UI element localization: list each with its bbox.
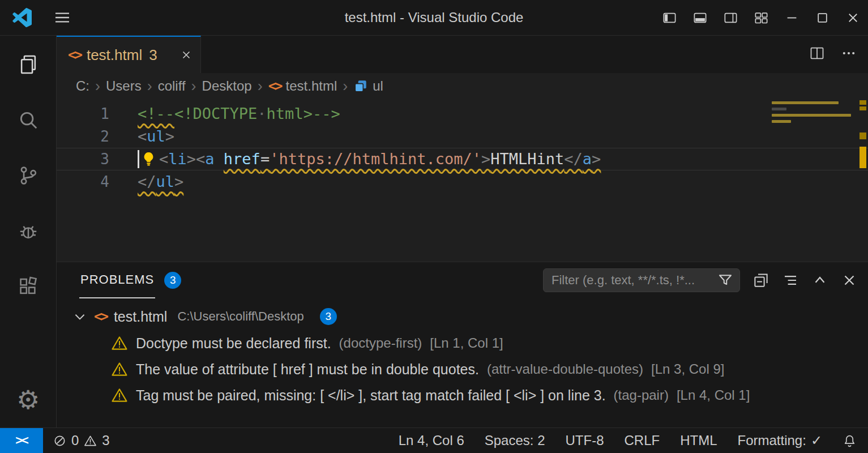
problem-location: [Ln 4, Col 1] bbox=[677, 387, 750, 403]
activity-item-explorer[interactable] bbox=[0, 38, 57, 93]
code-line[interactable]: 4</ul> bbox=[57, 170, 868, 193]
formatting-status[interactable]: Formatting: ✓ bbox=[738, 428, 822, 453]
breadcrumb-separator-icon: › bbox=[147, 78, 152, 95]
tab-problems-count: 3 bbox=[149, 46, 157, 64]
breadcrumb-separator-icon: › bbox=[343, 78, 348, 95]
minimap[interactable] bbox=[772, 101, 852, 126]
eol-sequence[interactable]: CRLF bbox=[625, 428, 660, 453]
problem-item[interactable]: Doctype must be declared first.(doctype-… bbox=[57, 330, 868, 356]
remote-indicator[interactable]: >< bbox=[0, 428, 43, 453]
editor[interactable]: 1<!--<!DOCTYPE·html>-->2<ul>3<li><a href… bbox=[57, 99, 868, 262]
files-icon bbox=[18, 54, 39, 78]
activity-bar: ⚙ bbox=[0, 36, 57, 428]
warning-marker bbox=[860, 147, 866, 168]
split-editor-icon[interactable] bbox=[809, 45, 825, 63]
breadcrumb-label: Desktop bbox=[202, 78, 252, 94]
problem-rule: (tag-pair) bbox=[614, 387, 669, 403]
toggle-panel-icon[interactable] bbox=[685, 0, 715, 35]
cursor-position[interactable]: Ln 4, Col 6 bbox=[399, 428, 464, 453]
code-token: ul bbox=[156, 173, 175, 190]
settings-gear-icon[interactable]: ⚙ bbox=[16, 387, 40, 413]
code-token: </ bbox=[138, 173, 156, 190]
activity-item-run-debug[interactable] bbox=[0, 204, 57, 260]
indentation[interactable]: Spaces: 2 bbox=[485, 428, 545, 453]
maximize-button[interactable] bbox=[807, 0, 837, 35]
breadcrumb-item-c-[interactable]: C: bbox=[76, 78, 89, 94]
view-as-tree-icon[interactable] bbox=[782, 272, 799, 289]
code-line[interactable]: 1<!--<!DOCTYPE·html>--> bbox=[57, 102, 868, 125]
html-file-icon: <> bbox=[94, 309, 107, 324]
tab-test-html[interactable]: <> test.html 3 bbox=[57, 36, 201, 73]
problem-item[interactable]: Tag must be paired, missing: [ </li> ], … bbox=[57, 382, 868, 408]
activity-item-search[interactable] bbox=[0, 93, 57, 149]
lightbulb-icon[interactable] bbox=[140, 151, 159, 173]
minimap-line bbox=[772, 120, 791, 123]
remote-icon: >< bbox=[15, 433, 28, 448]
extensions-icon bbox=[18, 276, 39, 300]
status-problems[interactable]: 0 3 bbox=[43, 428, 120, 453]
filter-input[interactable] bbox=[551, 273, 712, 288]
code-line[interactable]: 2<ul> bbox=[57, 125, 868, 148]
code-token: html> bbox=[267, 105, 313, 122]
breadcrumb-label: C: bbox=[76, 78, 89, 94]
breadcrumb-item-users[interactable]: Users bbox=[106, 78, 142, 94]
close-panel-icon[interactable] bbox=[841, 272, 858, 289]
activity-item-extensions[interactable] bbox=[0, 260, 57, 315]
breadcrumb-item-test-html[interactable]: <>test.html bbox=[268, 78, 337, 94]
code-line[interactable]: 3<li><a href='https://htmlhint.com/'>HTM… bbox=[57, 148, 868, 170]
more-actions-icon[interactable] bbox=[841, 45, 857, 63]
tab-label: test.html bbox=[87, 46, 142, 64]
vscode-window: test.html - Visual Studio Code bbox=[0, 0, 868, 453]
customize-layout-icon[interactable] bbox=[746, 0, 776, 35]
minimap-line bbox=[772, 101, 839, 104]
tab-problems[interactable]: PROBLEMS 3 bbox=[79, 262, 181, 298]
maximize-panel-icon[interactable] bbox=[811, 272, 828, 289]
code-content: <ul> bbox=[138, 125, 868, 148]
language-mode[interactable]: HTML bbox=[680, 428, 717, 453]
close-button[interactable] bbox=[837, 0, 868, 35]
notifications-bell-icon[interactable] bbox=[843, 428, 857, 453]
breadcrumb-item-desktop[interactable]: Desktop bbox=[202, 78, 252, 94]
code-token: href bbox=[224, 150, 260, 168]
menu-hamburger-icon[interactable] bbox=[53, 8, 71, 27]
status-bar: >< 0 3 Ln 4, Col 6 Spaces: 2 UTF-8 CRLF … bbox=[0, 428, 868, 453]
overview-ruler bbox=[858, 99, 868, 262]
code-token: < bbox=[138, 127, 147, 145]
code-token: 'https://htmlhint.com/' bbox=[270, 150, 481, 168]
code-token: HTMLHint bbox=[490, 150, 564, 168]
activity-item-source-control[interactable] bbox=[0, 149, 57, 204]
warning-icon bbox=[111, 387, 128, 404]
line-number: 1 bbox=[57, 102, 138, 125]
code-token: li bbox=[168, 150, 187, 168]
code-token: · bbox=[257, 105, 266, 122]
toggle-secondary-sidebar-icon[interactable] bbox=[715, 0, 746, 35]
tab-close-icon[interactable] bbox=[180, 49, 193, 61]
problems-file-group[interactable]: <> test.html C:\Users\coliff\Desktop 3 bbox=[57, 303, 868, 330]
problems-filter[interactable] bbox=[543, 268, 740, 292]
breadcrumb-label: coliff bbox=[158, 78, 186, 94]
check-icon: ✓ bbox=[811, 433, 822, 448]
code-token bbox=[215, 150, 224, 168]
minimap-line bbox=[772, 114, 851, 117]
minimize-button[interactable] bbox=[776, 0, 807, 35]
warning-marker bbox=[860, 133, 866, 139]
code-token: < bbox=[196, 150, 205, 168]
code-token: ul bbox=[147, 127, 165, 145]
problem-message: Tag must be paired, missing: [ </li> ], … bbox=[136, 387, 606, 404]
warning-icon bbox=[111, 335, 128, 352]
breadcrumb-item-ul[interactable]: ul bbox=[353, 78, 383, 94]
error-count: 0 bbox=[71, 433, 79, 448]
code-token: a bbox=[583, 150, 592, 168]
toggle-sidebar-icon[interactable] bbox=[654, 0, 685, 35]
code-token: --> bbox=[313, 105, 340, 122]
problem-rule: (attr-value-double-quotes) bbox=[487, 361, 643, 377]
editor-actions bbox=[809, 36, 868, 73]
collapse-all-icon[interactable] bbox=[752, 272, 769, 289]
problem-item[interactable]: The value of attribute [ href ] must be … bbox=[57, 356, 868, 382]
editor-cursor bbox=[138, 150, 139, 168]
encoding[interactable]: UTF-8 bbox=[566, 428, 604, 453]
search-icon bbox=[18, 109, 39, 133]
breadcrumb-item-coliff[interactable]: coliff bbox=[158, 78, 186, 94]
warning-marker bbox=[860, 100, 866, 105]
chevron-down-icon[interactable] bbox=[72, 309, 87, 324]
